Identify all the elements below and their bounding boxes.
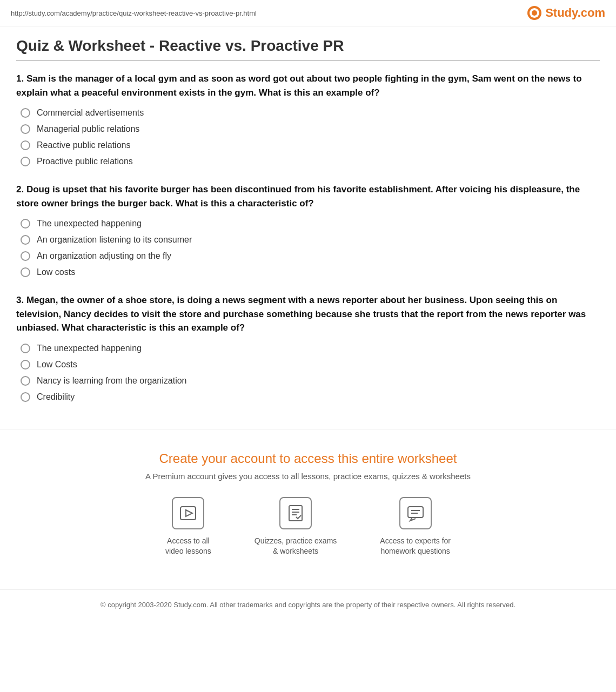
q1-label-2: Managerial public relations [37, 124, 139, 134]
q2-option-3[interactable]: An organization adjusting on the fly [16, 251, 600, 261]
question-2-block: 2. Doug is upset that his favorite burge… [16, 183, 600, 277]
feature-video-label: Access to allvideo lessons [165, 536, 211, 557]
q2-label-4: Low costs [37, 267, 75, 277]
q1-radio-3[interactable] [21, 140, 30, 150]
q1-label-3: Reactive public relations [37, 140, 130, 150]
q1-label-4: Proactive public relations [37, 157, 133, 166]
video-play-icon [179, 505, 197, 522]
video-icon-box [172, 497, 204, 529]
svg-rect-5 [289, 506, 302, 521]
q2-radio-3[interactable] [21, 251, 30, 261]
q1-radio-4[interactable] [21, 157, 30, 166]
q1-option-3[interactable]: Reactive public relations [16, 140, 600, 150]
q3-label-2: Low Costs [37, 360, 77, 369]
feature-quiz-label: Quizzes, practice exams& worksheets [255, 536, 337, 557]
q3-label-3: Nancy is learning from the organization [37, 376, 186, 386]
q2-option-2[interactable]: An organization listening to its consume… [16, 235, 600, 245]
q2-label-1: The unexpected happening [37, 219, 142, 229]
svg-point-2 [532, 10, 537, 16]
q2-radio-2[interactable] [21, 235, 30, 245]
cta-title: Create your account to access this entir… [11, 451, 605, 466]
question-1-text: 1. Sam is the manager of a local gym and… [16, 72, 600, 99]
q3-option-2[interactable]: Low Costs [16, 360, 600, 369]
footer-text: © copyright 2003-2020 Study.com. All oth… [101, 601, 515, 609]
feature-experts-label: Access to experts forhomework questions [380, 536, 451, 557]
svg-marker-4 [186, 510, 192, 516]
q1-radio-1[interactable] [21, 108, 30, 118]
study-com-logo-icon [527, 5, 542, 21]
logo-text: Study.com [545, 6, 605, 20]
cta-subtitle: A Premium account gives you access to al… [11, 472, 605, 481]
footer: © copyright 2003-2020 Study.com. All oth… [0, 589, 616, 620]
q1-option-2[interactable]: Managerial public relations [16, 124, 600, 134]
q3-radio-3[interactable] [21, 376, 30, 386]
quiz-worksheet-icon [287, 505, 304, 522]
q2-option-1[interactable]: The unexpected happening [16, 219, 600, 229]
logo-text-normal: Study [545, 6, 577, 19]
logo: Study.com [527, 5, 605, 21]
question-1-block: 1. Sam is the manager of a local gym and… [16, 72, 600, 166]
q2-label-2: An organization listening to its consume… [37, 235, 192, 245]
url-text: http://study.com/academy/practice/quiz-w… [11, 9, 257, 17]
page-title: Quiz & Worksheet - Reactive vs. Proactiv… [16, 37, 600, 55]
feature-video: Access to allvideo lessons [165, 497, 211, 557]
q2-radio-4[interactable] [21, 267, 30, 277]
main-content: Quiz & Worksheet - Reactive vs. Proactiv… [0, 26, 616, 429]
q2-radio-1[interactable] [21, 219, 30, 229]
q2-option-4[interactable]: Low costs [16, 267, 600, 277]
cta-section: Create your account to access this entir… [0, 429, 616, 584]
q2-label-3: An organization adjusting on the fly [37, 251, 171, 261]
q3-label-1: The unexpected happening [37, 344, 142, 353]
q3-label-4: Credibility [37, 392, 75, 402]
logo-text-accent: .com [578, 6, 605, 19]
svg-rect-9 [408, 507, 423, 518]
q3-option-4[interactable]: Credibility [16, 392, 600, 402]
q1-option-4[interactable]: Proactive public relations [16, 157, 600, 166]
q1-radio-2[interactable] [21, 124, 30, 134]
chat-expert-icon [407, 505, 424, 522]
question-2-text: 2. Doug is upset that his favorite burge… [16, 183, 600, 210]
feature-experts: Access to experts forhomework questions [380, 497, 451, 557]
experts-icon-box [399, 497, 432, 529]
top-bar: http://study.com/academy/practice/quiz-w… [0, 0, 616, 26]
q3-radio-1[interactable] [21, 344, 30, 353]
q1-option-1[interactable]: Commercial advertisements [16, 108, 600, 118]
q1-label-1: Commercial advertisements [37, 108, 144, 118]
cta-features: Access to allvideo lessons Quizzes, prac… [11, 497, 605, 557]
q3-radio-4[interactable] [21, 392, 30, 402]
title-divider [16, 60, 600, 61]
feature-quiz: Quizzes, practice exams& worksheets [255, 497, 337, 557]
question-3-text: 3. Megan, the owner of a shoe store, is … [16, 293, 600, 335]
quiz-icon-box [279, 497, 312, 529]
q3-radio-2[interactable] [21, 360, 30, 369]
question-3-block: 3. Megan, the owner of a shoe store, is … [16, 293, 600, 402]
q3-option-3[interactable]: Nancy is learning from the organization [16, 376, 600, 386]
q3-option-1[interactable]: The unexpected happening [16, 344, 600, 353]
